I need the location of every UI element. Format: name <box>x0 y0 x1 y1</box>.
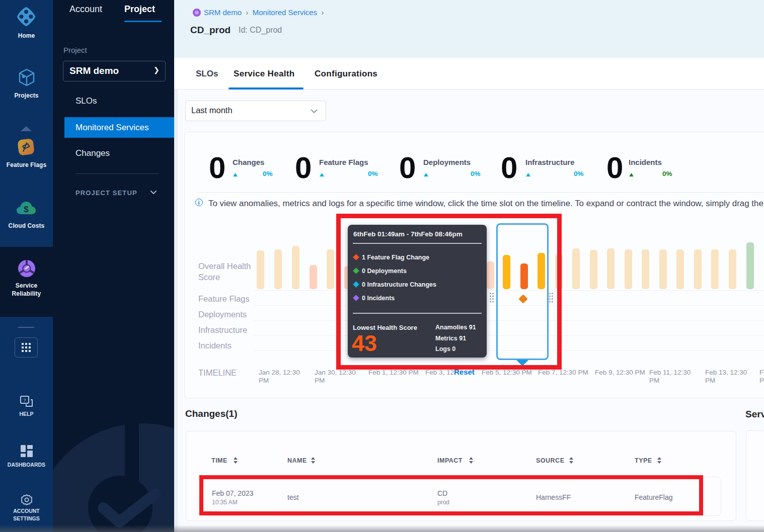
svg-text:$: $ <box>24 205 29 214</box>
svg-text:?: ? <box>23 398 26 403</box>
